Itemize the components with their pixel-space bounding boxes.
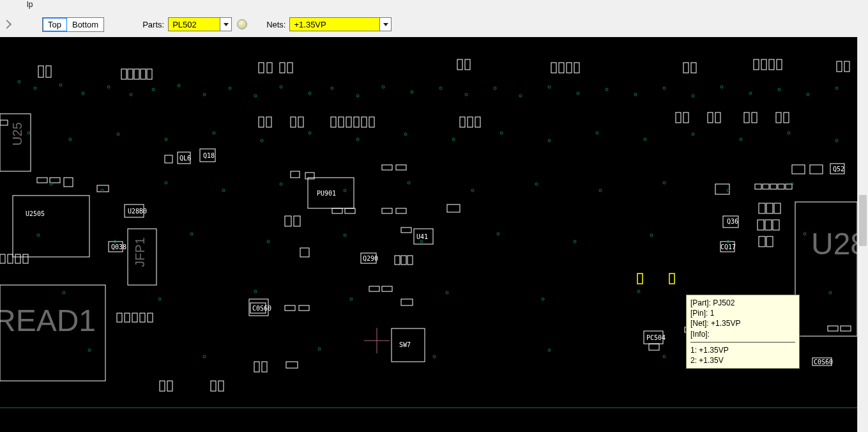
- svg-point-156: [27, 132, 30, 134]
- label-ql6: QL6: [179, 155, 191, 162]
- svg-point-164: [404, 133, 407, 135]
- svg-rect-6: [147, 69, 152, 79]
- svg-rect-10: [287, 63, 293, 73]
- svg-rect-55: [294, 216, 300, 226]
- vertical-scrollbar[interactable]: [857, 37, 868, 432]
- svg-point-207: [88, 349, 91, 351]
- tip-part-value: PJ502: [713, 298, 735, 307]
- svg-point-165: [452, 138, 455, 141]
- svg-rect-0: [38, 66, 43, 77]
- svg-point-158: [117, 133, 119, 135]
- svg-rect-27: [266, 117, 271, 127]
- svg-rect-74: [37, 178, 47, 183]
- svg-point-189: [190, 233, 193, 235]
- svg-rect-117: [810, 165, 823, 174]
- comp-u2505[interactable]: [13, 196, 89, 257]
- svg-point-208: [203, 355, 206, 358]
- layer-top-button[interactable]: Top: [43, 18, 67, 31]
- svg-rect-68: [382, 286, 392, 291]
- svg-rect-121: [841, 326, 851, 331]
- parts-label: Parts:: [142, 20, 164, 29]
- svg-rect-26: [259, 117, 264, 127]
- svg-rect-24: [844, 61, 849, 72]
- label-q29: Q290: [363, 255, 378, 262]
- svg-point-178: [280, 183, 282, 185]
- svg-rect-116: [792, 165, 805, 174]
- label-pc504: PC504: [646, 334, 666, 341]
- label-sw7: SW7: [399, 341, 411, 348]
- svg-point-160: [213, 132, 215, 134]
- svg-point-133: [229, 87, 231, 89]
- chevron-down-icon[interactable]: [379, 18, 391, 31]
- svg-rect-93: [254, 362, 259, 372]
- svg-rect-80: [117, 313, 122, 322]
- svg-point-136: [308, 92, 311, 95]
- svg-point-172: [788, 132, 790, 134]
- text-jfp1: JFP1: [133, 237, 147, 267]
- svg-rect-59: [396, 208, 406, 213]
- text-u25: U25: [10, 122, 24, 146]
- svg-point-149: [663, 87, 666, 89]
- text-u28: U28: [811, 227, 857, 261]
- svg-rect-25: [0, 120, 8, 125]
- svg-rect-97: [649, 344, 659, 350]
- svg-rect-37: [468, 117, 473, 127]
- parts-combobox[interactable]: PL502: [168, 17, 232, 31]
- svg-rect-73: [23, 254, 28, 263]
- svg-point-127: [82, 92, 84, 95]
- svg-point-198: [63, 291, 65, 294]
- tip-net-label: [Net]:: [690, 319, 709, 328]
- lightbulb-icon[interactable]: [237, 19, 247, 29]
- svg-point-192: [420, 240, 423, 243]
- svg-point-140: [411, 91, 413, 93]
- scrollbar-thumb[interactable]: [859, 195, 867, 246]
- svg-rect-109: [766, 203, 773, 213]
- nets-combobox[interactable]: +1.35VP: [289, 17, 392, 31]
- svg-rect-58: [382, 208, 392, 213]
- chevron-down-icon[interactable]: [220, 18, 231, 31]
- tip-part-label: [Part]:: [690, 298, 711, 307]
- svg-rect-64: [395, 256, 400, 265]
- svg-point-176: [165, 181, 167, 184]
- menu-help[interactable]: lp: [27, 0, 33, 9]
- svg-point-197: [803, 233, 806, 235]
- svg-point-206: [829, 291, 832, 294]
- svg-rect-66: [407, 256, 413, 265]
- svg-point-147: [605, 88, 608, 91]
- svg-rect-70: [0, 254, 5, 263]
- svg-rect-30: [331, 117, 336, 127]
- highlight-pad-1[interactable]: [637, 274, 643, 284]
- board-canvas[interactable]: READ1 U28 U25 JFP1 U2505 PU901 SW7 U41: [0, 37, 857, 432]
- svg-rect-15: [567, 63, 572, 73]
- svg-point-145: [548, 86, 551, 88]
- next-icon[interactable]: [3, 20, 11, 29]
- tip-net-value: +1.35VP: [711, 319, 740, 328]
- highlight-pad-2[interactable]: [669, 274, 674, 284]
- svg-rect-90: [167, 381, 172, 391]
- svg-point-180: [407, 181, 410, 184]
- svg-point-177: [222, 189, 225, 192]
- label-u2505: U2505: [26, 210, 45, 217]
- label-cos7: C0S60: [814, 359, 833, 366]
- toolbar: Top Bottom Parts: PL502 Nets: +1.35VP: [0, 12, 868, 37]
- svg-rect-38: [475, 117, 480, 127]
- svg-point-159: [165, 138, 167, 141]
- layer-bottom-button[interactable]: Bottom: [67, 18, 103, 31]
- svg-rect-43: [744, 112, 749, 123]
- svg-rect-20: [761, 59, 766, 70]
- svg-rect-105: [770, 184, 777, 189]
- svg-rect-13: [551, 63, 556, 73]
- svg-rect-35: [369, 117, 374, 127]
- svg-rect-28: [291, 117, 296, 127]
- svg-point-139: [382, 86, 385, 88]
- svg-point-175: [101, 189, 103, 192]
- svg-point-184: [663, 181, 666, 184]
- comp-u28[interactable]: [795, 202, 857, 336]
- svg-rect-46: [784, 112, 789, 123]
- svg-rect-115: [766, 236, 773, 247]
- svg-rect-69: [401, 299, 413, 305]
- svg-rect-89: [160, 381, 165, 391]
- crosshair-icon: [364, 328, 390, 353]
- svg-point-179: [344, 189, 346, 192]
- svg-rect-88: [299, 305, 309, 311]
